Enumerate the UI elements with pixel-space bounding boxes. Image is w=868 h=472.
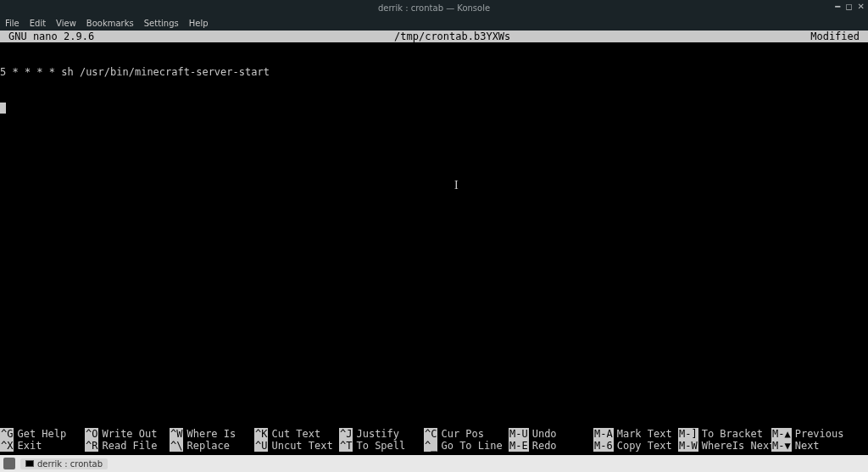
- terminal[interactable]: GNU nano 2.9.6 /tmp/crontab.b3YXWs Modif…: [0, 31, 868, 455]
- nano-footer-row-1: ^GGet Help^OWrite Out^WWhere Is^KCut Tex…: [0, 428, 868, 440]
- shortcut-label: Where Is: [183, 428, 236, 440]
- taskbar: derrik : crontab: [0, 455, 868, 472]
- shortcut-label: WhereIs Next: [698, 440, 776, 452]
- shortcut-label: Cut Text: [268, 428, 320, 440]
- footer-shortcut: M-WWhereIs Next: [678, 440, 771, 452]
- shortcut-label: Cur Pos: [437, 428, 484, 440]
- shortcut-key: M-W: [678, 440, 698, 452]
- terminal-icon: [25, 460, 34, 467]
- footer-shortcut: ^GGet Help: [0, 428, 85, 440]
- text-cursor-block: [0, 103, 6, 114]
- shortcut-label: Read File: [98, 440, 157, 452]
- footer-shortcut: ^UUncut Text: [254, 440, 339, 452]
- shortcut-key: ^W: [170, 428, 183, 440]
- footer-shortcut: M-]To Bracket: [678, 428, 771, 440]
- shortcut-key: ^R: [85, 440, 98, 452]
- shortcut-label: Get Help: [14, 428, 66, 440]
- taskbar-item-label: derrik : crontab: [37, 459, 103, 469]
- footer-shortcut: ^CCur Pos: [424, 428, 509, 440]
- footer-shortcut: ^KCut Text: [254, 428, 339, 440]
- shortcut-key: ^J: [339, 428, 353, 440]
- footer-shortcut: M-▼Next: [771, 440, 848, 452]
- menu-help[interactable]: Help: [189, 19, 209, 28]
- taskbar-item-konsole[interactable]: derrik : crontab: [20, 458, 108, 469]
- window-titlebar: derrik : crontab — Konsole ━ ◻ ✕: [0, 0, 868, 15]
- menu-settings[interactable]: Settings: [144, 19, 179, 28]
- footer-shortcut: ^TTo Spell: [339, 440, 424, 452]
- shortcut-label: Uncut Text: [268, 440, 332, 452]
- footer-shortcut: M-AMark Text: [593, 428, 678, 440]
- shortcut-label: Previous: [792, 428, 844, 440]
- nano-footer: ^GGet Help^OWrite Out^WWhere Is^KCut Tex…: [0, 428, 868, 455]
- nano-status: Modified: [810, 31, 865, 42]
- shortcut-label: Replace: [183, 440, 230, 452]
- footer-shortcut: ^RRead File: [85, 440, 170, 452]
- shortcut-key: M-U: [509, 428, 529, 440]
- shortcut-key: ^_: [424, 440, 437, 452]
- shortcut-key: M-▲: [771, 428, 792, 440]
- shortcut-key: M-▼: [771, 440, 792, 452]
- shortcut-key: ^O: [85, 428, 98, 440]
- shortcut-key: ^T: [339, 440, 353, 452]
- nano-editor-body[interactable]: 5 * * * * sh /usr/bin/minecraft-server-s…: [0, 42, 868, 428]
- footer-shortcut: ^OWrite Out: [85, 428, 170, 440]
- editor-line-1: 5 * * * * sh /usr/bin/minecraft-server-s…: [0, 66, 868, 78]
- footer-shortcut: M-▲Previous: [771, 428, 848, 440]
- shortcut-key: ^U: [254, 440, 268, 452]
- shortcut-key: ^X: [0, 440, 14, 452]
- menu-edit[interactable]: Edit: [30, 19, 46, 28]
- footer-shortcut: ^\Replace: [170, 440, 254, 452]
- shortcut-key: ^\: [170, 440, 183, 452]
- shortcut-key: M-6: [593, 440, 614, 452]
- window-title: derrik : crontab — Konsole: [378, 3, 490, 13]
- nano-file-path: /tmp/crontab.b3YXWs: [94, 31, 810, 42]
- shortcut-label: Next: [792, 440, 820, 452]
- shortcut-label: To Spell: [353, 440, 405, 452]
- nano-footer-row-2: ^XExit^RRead File^\Replace^UUncut Text^T…: [0, 440, 868, 452]
- editor-line-2: [0, 102, 868, 114]
- shortcut-key: M-A: [593, 428, 614, 440]
- footer-shortcut: M-6Copy Text: [593, 440, 678, 452]
- shortcut-key: ^G: [0, 428, 14, 440]
- shortcut-label: Copy Text: [614, 440, 672, 452]
- shortcut-label: Exit: [14, 440, 42, 452]
- shortcut-key: ^K: [254, 428, 268, 440]
- shortcut-label: Go To Line: [437, 440, 502, 452]
- close-icon[interactable]: ✕: [858, 2, 865, 11]
- maximize-icon[interactable]: ◻: [845, 2, 852, 11]
- footer-shortcut: ^JJustify: [339, 428, 424, 440]
- menu-file[interactable]: File: [5, 19, 19, 28]
- menu-view[interactable]: View: [56, 19, 76, 28]
- nano-header: GNU nano 2.9.6 /tmp/crontab.b3YXWs Modif…: [0, 31, 868, 42]
- shortcut-label: Justify: [353, 428, 399, 440]
- minimize-icon[interactable]: ━: [835, 2, 840, 11]
- shortcut-label: Mark Text: [614, 428, 672, 440]
- shortcut-label: Undo: [529, 428, 557, 440]
- nano-version: GNU nano 2.9.6: [3, 31, 94, 42]
- menubar: File Edit View Bookmarks Settings Help: [0, 15, 868, 31]
- shortcut-key: M-]: [678, 428, 698, 440]
- ibeam-cursor-icon: I: [454, 180, 459, 192]
- footer-shortcut: ^WWhere Is: [170, 428, 254, 440]
- shortcut-key: ^C: [424, 428, 437, 440]
- shortcut-label: Write Out: [98, 428, 157, 440]
- footer-shortcut: ^_Go To Line: [424, 440, 509, 452]
- start-button[interactable]: [3, 458, 15, 469]
- footer-shortcut: ^XExit: [0, 440, 85, 452]
- shortcut-label: Redo: [529, 440, 557, 452]
- footer-shortcut: M-UUndo: [509, 428, 593, 440]
- menu-bookmarks[interactable]: Bookmarks: [86, 19, 134, 28]
- shortcut-label: To Bracket: [698, 428, 763, 440]
- footer-shortcut: M-ERedo: [509, 440, 593, 452]
- shortcut-key: M-E: [509, 440, 529, 452]
